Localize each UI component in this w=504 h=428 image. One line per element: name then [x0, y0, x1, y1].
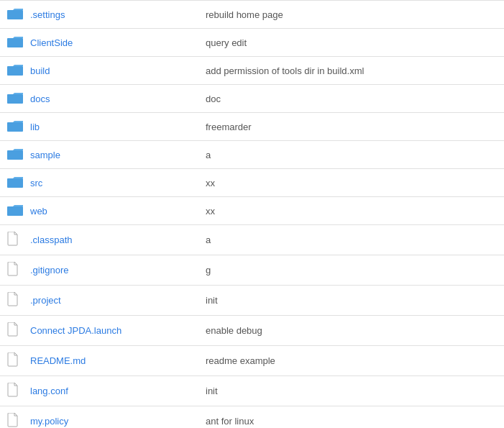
commit-message-cell: add permission of tools dir in build.xml	[198, 57, 504, 85]
file-icon-cell	[0, 376, 26, 406]
commit-message-cell: a	[198, 225, 504, 255]
folder-icon-cell	[0, 113, 26, 141]
file-name-cell[interactable]: my.policy	[26, 406, 198, 429]
folder-icon	[7, 35, 23, 47]
table-row: build add permission of tools dir in bui…	[0, 57, 504, 85]
commit-message-cell: init	[198, 286, 504, 316]
commit-message-cell: doc	[198, 85, 504, 113]
svg-rect-2	[7, 66, 23, 76]
file-icon-cell	[0, 406, 26, 429]
file-name-cell[interactable]: lib	[26, 113, 198, 141]
commit-message-cell: readme example	[198, 346, 504, 376]
commit-message-cell: a	[198, 141, 504, 169]
file-name-link[interactable]: ClientSide	[30, 37, 73, 48]
svg-rect-0	[7, 10, 23, 19]
file-icon-cell	[0, 346, 26, 376]
file-icon-cell	[0, 225, 26, 255]
file-name-cell[interactable]: lang.conf	[26, 376, 198, 406]
table-row: my.policy ant for linux	[0, 406, 504, 429]
folder-icon	[7, 7, 23, 19]
file-icon-cell	[0, 316, 26, 346]
file-icon	[7, 322, 19, 337]
file-name-cell[interactable]: .gitignore	[26, 255, 198, 286]
file-icon	[7, 232, 19, 246]
commit-message-cell: xx	[198, 169, 504, 197]
folder-icon-cell	[0, 57, 26, 85]
svg-rect-7	[7, 206, 23, 216]
file-name-cell[interactable]: web	[26, 197, 198, 225]
table-row: lib freemarder	[0, 113, 504, 141]
commit-message-cell: rebuild home page	[198, 1, 504, 29]
file-name-cell[interactable]: .classpath	[26, 225, 198, 255]
table-row: .classpath a	[0, 225, 504, 255]
table-row: docs doc	[0, 85, 504, 113]
file-icon-cell	[0, 286, 26, 316]
commit-message-cell: freemarder	[198, 113, 504, 141]
file-name-cell[interactable]: ClientSide	[26, 29, 198, 57]
commit-message-cell: enable debug	[198, 316, 504, 346]
table-row: .project init	[0, 286, 504, 316]
svg-rect-1	[7, 38, 23, 47]
file-icon	[7, 383, 19, 397]
file-name-link[interactable]: src	[30, 178, 42, 188]
file-name-cell[interactable]: .settings	[26, 1, 198, 29]
file-name-link[interactable]: docs	[30, 94, 50, 104]
file-name-cell[interactable]: build	[26, 57, 198, 85]
folder-icon	[7, 63, 23, 76]
folder-icon-cell	[0, 1, 26, 29]
commit-message-cell: query edit	[198, 29, 504, 57]
file-name-link[interactable]: .gitignore	[30, 265, 68, 276]
folder-icon-cell	[0, 169, 26, 197]
table-row: src xx	[0, 169, 504, 197]
table-row: web xx	[0, 197, 504, 225]
table-row: ClientSide query edit	[0, 29, 504, 57]
commit-message-cell: init	[198, 376, 504, 406]
file-name-link[interactable]: .settings	[30, 9, 65, 20]
file-name-cell[interactable]: sample	[26, 141, 198, 169]
file-name-cell[interactable]: README.md	[26, 346, 198, 376]
table-row: sample a	[0, 141, 504, 169]
file-name-link[interactable]: build	[30, 65, 50, 76]
file-icon	[7, 413, 19, 427]
table-row: .gitignore g	[0, 255, 504, 286]
file-name-link[interactable]: .classpath	[30, 235, 73, 245]
folder-icon-cell	[0, 29, 26, 57]
folder-icon	[7, 91, 23, 104]
svg-rect-4	[7, 122, 23, 132]
svg-rect-3	[7, 94, 23, 104]
file-icon	[7, 262, 19, 276]
file-name-link[interactable]: README.md	[30, 355, 86, 366]
file-name-cell[interactable]: src	[26, 169, 198, 197]
file-name-link[interactable]: web	[30, 206, 47, 217]
file-name-link[interactable]: Connect JPDA.launch	[30, 325, 122, 336]
file-name-link[interactable]: .project	[30, 295, 61, 306]
commit-message-cell: ant for linux	[198, 406, 504, 429]
file-name-link[interactable]: sample	[30, 150, 60, 160]
file-icon	[7, 292, 19, 306]
file-name-link[interactable]: lib	[30, 122, 40, 132]
folder-icon-cell	[0, 197, 26, 225]
folder-icon-cell	[0, 141, 26, 169]
file-icon	[7, 352, 19, 367]
file-icon-cell	[0, 255, 26, 286]
commit-message-cell: g	[198, 255, 504, 286]
commit-message-cell: xx	[198, 197, 504, 225]
table-row: lang.conf init	[0, 376, 504, 406]
folder-icon-cell	[0, 85, 26, 113]
file-name-cell[interactable]: .project	[26, 286, 198, 316]
file-name-link[interactable]: lang.conf	[30, 386, 68, 396]
folder-icon	[7, 176, 23, 188]
file-name-cell[interactable]: docs	[26, 85, 198, 113]
table-row: Connect JPDA.launch enable debug	[0, 316, 504, 346]
file-name-cell[interactable]: Connect JPDA.launch	[26, 316, 198, 346]
folder-icon	[7, 147, 23, 160]
svg-rect-6	[7, 178, 23, 188]
table-row: .settings rebuild home page	[0, 1, 504, 29]
table-row: README.md readme example	[0, 346, 504, 376]
folder-icon	[7, 119, 23, 132]
file-table: .settings rebuild home page ClientSide q…	[0, 0, 504, 428]
folder-icon	[7, 204, 23, 216]
file-name-link[interactable]: my.policy	[30, 416, 68, 427]
svg-rect-5	[7, 150, 23, 160]
